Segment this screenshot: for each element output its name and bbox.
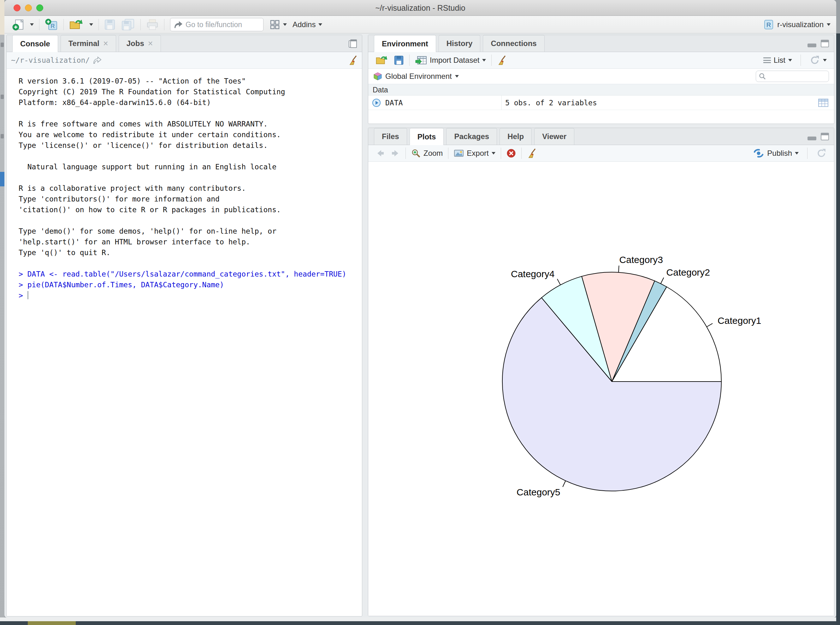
environment-search-box[interactable] — [756, 71, 829, 82]
pie-chart: Category1Category2Category3Category4Cate… — [368, 162, 834, 616]
broom-icon — [497, 55, 506, 65]
next-plot-button[interactable] — [388, 147, 403, 160]
refresh-icon — [809, 55, 820, 65]
pie-label-tick — [661, 277, 664, 283]
export-plot-button[interactable]: Export — [451, 147, 498, 160]
goto-file-search[interactable] — [170, 18, 263, 31]
chevron-down-icon — [283, 23, 287, 26]
tab-connections[interactable]: Connections — [483, 35, 544, 52]
close-icon[interactable]: × — [148, 40, 153, 47]
project-menu-button[interactable]: R r-visualization — [763, 19, 831, 30]
environment-object-row[interactable]: DATA 5 obs. of 2 variables — [368, 96, 834, 110]
chevron-down-icon — [30, 23, 34, 26]
tab-jobs[interactable]: Jobs× — [118, 35, 161, 52]
new-file-button[interactable] — [9, 18, 27, 31]
console-line — [19, 108, 357, 118]
broom-icon — [527, 148, 536, 158]
remove-plot-button[interactable] — [503, 147, 519, 160]
chevron-down-icon — [492, 152, 496, 154]
import-dataset-label: Import Dataset — [430, 56, 479, 65]
plot-display-area: Category1Category2Category3Category4Cate… — [368, 162, 834, 616]
object-name: DATA — [385, 99, 403, 107]
tab-terminal[interactable]: Terminal× — [61, 35, 116, 52]
environment-section-header: Data — [368, 84, 834, 96]
close-icon[interactable]: × — [103, 40, 108, 47]
load-workspace-button[interactable] — [372, 54, 391, 67]
open-file-dropdown[interactable] — [86, 18, 96, 31]
previous-plot-button[interactable] — [372, 147, 388, 160]
expand-object-icon[interactable] — [372, 98, 381, 107]
pie-label-tick — [619, 266, 619, 272]
console-line: Type 'q()' to quit R. — [19, 247, 357, 258]
environment-pane: Environment History Connections — [368, 35, 834, 124]
tab-history[interactable]: History — [439, 35, 481, 52]
workspace-panes-button[interactable] — [266, 18, 290, 31]
new-project-button[interactable]: R — [42, 18, 61, 31]
delete-icon — [506, 149, 516, 158]
save-workspace-button[interactable] — [391, 54, 407, 67]
view-data-table-icon[interactable] — [818, 99, 828, 107]
console-line: 'citation()' on how to cite R or R packa… — [19, 204, 357, 215]
clear-environment-broom-button[interactable] — [494, 54, 509, 67]
background-window-right-strip — [836, 33, 840, 625]
tab-help[interactable]: Help — [500, 128, 532, 145]
open-file-button[interactable] — [66, 18, 86, 31]
refresh-plot-button[interactable] — [813, 147, 829, 160]
tab-plots[interactable]: Plots — [410, 128, 444, 145]
main-toolbar: R — [5, 16, 836, 33]
console-output[interactable]: R version 3.6.1 (2019-07-05) -- "Action … — [7, 69, 362, 301]
r-project-icon: R — [763, 19, 774, 30]
goto-directory-arrow-icon[interactable] — [93, 56, 101, 64]
tab-console[interactable]: Console — [12, 35, 58, 52]
console-line: 'help.start()' for an HTML browser inter… — [19, 236, 357, 247]
tab-viewer[interactable]: Viewer — [534, 128, 574, 145]
environment-search-input[interactable] — [768, 72, 825, 81]
chevron-down-icon — [482, 59, 486, 62]
new-file-dropdown[interactable] — [27, 18, 37, 31]
console-line — [19, 151, 357, 162]
addins-button[interactable]: Addins — [290, 18, 325, 31]
console-line — [19, 172, 357, 183]
minimize-pane-icon[interactable] — [807, 44, 816, 47]
console-line: R is a collaborative project with many c… — [19, 183, 357, 194]
minimize-pane-icon[interactable] — [807, 137, 816, 140]
pie-label-Category2: Category2 — [667, 267, 710, 277]
publish-label: Publish — [767, 149, 792, 158]
chevron-down-icon[interactable] — [455, 75, 459, 78]
global-environment-icon — [373, 72, 382, 81]
open-folder-icon — [69, 19, 84, 31]
publish-plot-button[interactable]: Publish — [750, 147, 801, 160]
clear-console-broom-icon[interactable] — [348, 55, 357, 65]
console-line: Copyright (C) 2019 The R Foundation for … — [19, 86, 357, 97]
search-icon — [759, 73, 766, 80]
list-view-icon — [763, 58, 771, 63]
environment-view-mode-button[interactable]: List — [761, 54, 795, 67]
console-line: You are welcome to redistribute it under… — [19, 129, 357, 140]
console-line: Type 'license()' or 'licence()' for dist… — [19, 140, 357, 151]
zoom-plot-button[interactable]: Zoom — [408, 147, 446, 160]
maximize-pane-icon[interactable] — [821, 40, 829, 47]
goto-file-input[interactable] — [185, 20, 279, 29]
print-button[interactable] — [143, 18, 162, 31]
svg-text:R: R — [767, 22, 771, 28]
tab-environment[interactable]: Environment — [374, 35, 436, 52]
refresh-environment-button[interactable] — [807, 54, 829, 67]
environment-tabbar: Environment History Connections — [368, 35, 834, 52]
import-dataset-button[interactable]: Import Dataset — [412, 54, 489, 67]
tab-packages[interactable]: Packages — [446, 128, 497, 145]
maximize-pane-icon[interactable] — [821, 133, 829, 140]
zoom-magnifier-icon — [411, 149, 421, 158]
console-line: > DATA <- read.table("/Users/lsalazar/co… — [19, 269, 357, 279]
publish-icon — [753, 149, 764, 158]
tab-files[interactable]: Files — [374, 128, 407, 145]
environment-toolbar: Import Dataset List — [368, 52, 834, 69]
pie-label-tick — [707, 323, 713, 327]
save-all-button[interactable] — [118, 18, 138, 31]
export-image-icon — [454, 149, 464, 158]
save-button[interactable] — [101, 18, 118, 31]
clear-all-plots-broom-button[interactable] — [524, 147, 539, 160]
maximize-pane-icon[interactable] — [349, 39, 357, 48]
environment-scope-row: Global Environment — [368, 69, 834, 84]
chevron-down-icon — [827, 23, 831, 26]
rstudio-window: ~/r-visualization - RStudio R — [5, 0, 836, 617]
